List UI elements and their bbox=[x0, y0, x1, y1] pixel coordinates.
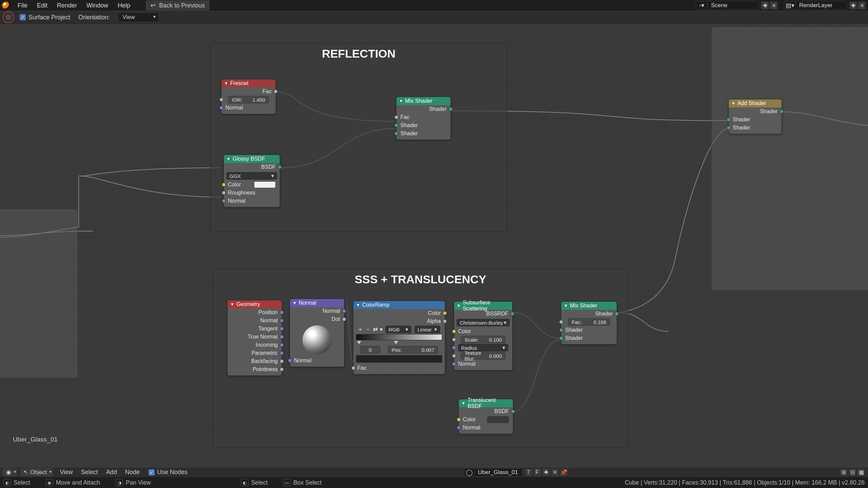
menu-window[interactable]: Window bbox=[82, 1, 113, 10]
socket-label: Shader bbox=[565, 327, 583, 333]
scene-name-input[interactable] bbox=[708, 2, 758, 9]
menu-edit[interactable]: Edit bbox=[32, 1, 52, 10]
editor-type-dropdown[interactable]: ◉ bbox=[3, 468, 17, 476]
hint-box: Box Select bbox=[293, 479, 322, 486]
node-title: Normal bbox=[299, 300, 316, 306]
back-to-previous-button[interactable]: ↩ Back to Previous bbox=[146, 0, 210, 11]
surface-project-checkbox[interactable]: ✓ bbox=[20, 14, 26, 20]
ramp-interp-dropdown[interactable]: Linear▾ bbox=[415, 326, 440, 333]
node-fresnel[interactable]: ▼Fresnel Fac IOR: 1.450 Normal bbox=[221, 79, 276, 114]
socket-label: Dot bbox=[332, 316, 340, 322]
node-title: ColorRamp bbox=[362, 302, 390, 308]
layer-icon: ▤▾ bbox=[784, 1, 796, 9]
ramp-del-stop[interactable]: － bbox=[365, 326, 371, 333]
ramp-stops[interactable] bbox=[356, 341, 442, 346]
ramp-stop-position[interactable]: Pos:0.007 bbox=[388, 346, 438, 353]
status-bar: ◐Select ◉Move and Attach ◑Pan View ◐Sele… bbox=[0, 477, 868, 488]
socket-label: Normal bbox=[294, 358, 312, 364]
node-title: Fresnel bbox=[230, 80, 248, 86]
material-selector[interactable]: ◯ bbox=[464, 468, 522, 476]
ramp-tools[interactable]: ▾ bbox=[380, 326, 383, 333]
material-users-button[interactable]: 7 bbox=[525, 468, 533, 476]
footer-node[interactable]: Node bbox=[121, 468, 144, 476]
node-glossy-bsdf[interactable]: ▼Glossy BSDF BSDF GGX▾ Color Roughness N… bbox=[223, 155, 280, 207]
back-label: Back to Previous bbox=[159, 2, 205, 9]
menu-help[interactable]: Help bbox=[113, 1, 135, 10]
menu-render[interactable]: Render bbox=[52, 1, 82, 10]
hint-pan: Pan View bbox=[126, 479, 151, 486]
overlay-toggle-1[interactable]: ⊞ bbox=[840, 468, 848, 476]
hint-select: Select bbox=[14, 479, 30, 486]
footer-select[interactable]: Select bbox=[77, 468, 102, 476]
node-editor-canvas[interactable]: REFLECTION ▼Fresnel Fac IOR: 1.450 Norma… bbox=[0, 24, 868, 467]
node-normal[interactable]: ▼Normal Normal Dot Normal bbox=[290, 299, 344, 367]
glossy-distribution-dropdown[interactable]: GGX▾ bbox=[226, 172, 277, 180]
orientation-dropdown[interactable]: View bbox=[118, 13, 159, 22]
fresnel-ior-field[interactable]: IOR: 1.450 bbox=[228, 96, 269, 103]
node-translucent-bsdf[interactable]: ▼Translucent BSDF BSDF Color Normal bbox=[458, 399, 513, 434]
material-new-button[interactable]: ✚ bbox=[542, 468, 550, 476]
node-title: Mix Shader bbox=[570, 303, 597, 309]
material-name-input[interactable] bbox=[475, 469, 522, 476]
ramp-stop-index[interactable]: 0 bbox=[360, 346, 380, 353]
mode-dropdown[interactable]: ↖Object bbox=[20, 468, 53, 476]
menu-file[interactable]: File bbox=[13, 1, 32, 10]
node-colorramp[interactable]: ▼ColorRamp Color Alpha ＋ － ⇄ ▾ RGB▾ Line… bbox=[353, 301, 445, 374]
material-unlink-button[interactable]: ✕ bbox=[551, 468, 559, 476]
ramp-flip[interactable]: ⇄ bbox=[373, 326, 378, 333]
use-nodes-label: Use Nodes bbox=[157, 468, 192, 476]
offscreen-panel-right bbox=[711, 26, 868, 291]
mouse-drag-icon: ▭ bbox=[283, 479, 291, 486]
glossy-color-swatch[interactable] bbox=[254, 181, 276, 188]
socket-label: Shader bbox=[760, 108, 777, 115]
layer-name-input[interactable] bbox=[796, 2, 847, 9]
node-mix-shader-2[interactable]: ▼Mix Shader Shader Fac:0.106 Shader Shad… bbox=[561, 301, 617, 345]
scene-del-button[interactable]: ✕ bbox=[770, 1, 778, 9]
use-nodes-checkbox[interactable]: ✓ bbox=[149, 469, 155, 475]
socket-label: Position bbox=[258, 309, 278, 316]
node-mix-shader-1[interactable]: ▼Mix Shader Shader Fac Shader Shader bbox=[396, 97, 451, 140]
socket-label: True Normal bbox=[248, 334, 278, 340]
mouse-right-icon: ◑ bbox=[116, 479, 123, 486]
socket-label: Color bbox=[428, 310, 441, 316]
footer-add[interactable]: Add bbox=[102, 468, 121, 476]
mouse-middle-icon: ◉ bbox=[46, 479, 53, 486]
socket-label: Shader bbox=[429, 106, 447, 112]
annotate-tool-icon[interactable] bbox=[3, 12, 14, 23]
material-pin-button[interactable]: 📌 bbox=[560, 468, 568, 476]
node-subsurface-scattering[interactable]: ▼Subsurface Scattering BSSRDF Christense… bbox=[454, 301, 513, 370]
scene-new-button[interactable]: ✚ bbox=[761, 1, 769, 9]
ramp-stop-color[interactable] bbox=[356, 355, 442, 363]
ramp-mode-dropdown[interactable]: RGB▾ bbox=[386, 326, 411, 333]
mouse-left-icon: ◐ bbox=[3, 479, 11, 486]
top-menu-bar: File Edit Render Window Help ↩ Back to P… bbox=[0, 0, 868, 11]
mix2-fac-field[interactable]: Fac:0.106 bbox=[568, 318, 610, 326]
material-fakeuser-button[interactable]: F bbox=[533, 468, 541, 476]
material-name-overlay: Uber_Glass_01 bbox=[13, 436, 58, 443]
socket-label: Normal bbox=[463, 425, 480, 431]
node-add-shader[interactable]: ▼Add Shader Shader Shader Shader bbox=[728, 99, 782, 134]
ramp-add-stop[interactable]: ＋ bbox=[357, 326, 363, 333]
node-geometry[interactable]: ▼Geometry Position Normal Tangent True N… bbox=[227, 300, 282, 376]
sss-falloff-dropdown[interactable]: Christensen-Burley▾ bbox=[457, 319, 510, 326]
scene-selector[interactable]: ◦▾ bbox=[696, 1, 759, 10]
ramp-gradient[interactable] bbox=[356, 334, 442, 340]
footer-view[interactable]: View bbox=[56, 468, 77, 476]
translucent-color-swatch[interactable] bbox=[487, 416, 509, 423]
overlay-toggle-3[interactable]: ▦ bbox=[857, 468, 865, 476]
socket-label: BSDF bbox=[261, 164, 276, 170]
renderlayer-selector[interactable]: ▤▾ bbox=[784, 1, 847, 10]
node-title: Add Shader bbox=[737, 100, 766, 106]
socket-label: Incoming bbox=[256, 342, 278, 348]
overlay-toggle-2[interactable]: ⊟ bbox=[848, 468, 856, 476]
normal-direction-sphere[interactable] bbox=[302, 325, 332, 354]
layer-del-button[interactable]: ✕ bbox=[858, 1, 866, 9]
layer-new-button[interactable]: ✚ bbox=[849, 1, 857, 9]
node-title: Mix Shader bbox=[405, 98, 433, 104]
socket-label: Color bbox=[228, 182, 241, 188]
socket-label: Shader bbox=[565, 335, 583, 341]
socket-label: Normal bbox=[260, 318, 278, 324]
socket-label: Shader bbox=[733, 125, 750, 131]
sss-blur-field[interactable]: Texture Blur:0.000 bbox=[461, 352, 506, 360]
sss-scale-field[interactable]: Scale:0.100 bbox=[461, 336, 506, 343]
